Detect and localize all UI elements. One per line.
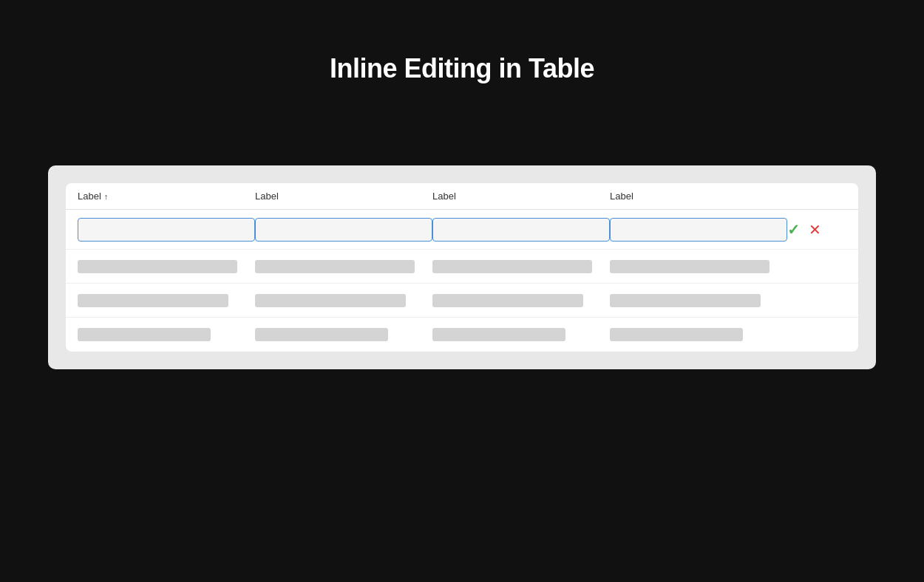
cell-skeleton [255, 328, 388, 341]
cell-1-1 [78, 218, 255, 242]
cell-4-4 [610, 328, 787, 341]
table-header: Label ↑ Label Label Label [66, 183, 858, 210]
column-header-2: Label [255, 191, 432, 202]
cell-skeleton [610, 328, 743, 341]
cell-2-3 [432, 260, 610, 273]
cell-skeleton [255, 294, 406, 307]
cell-skeleton [432, 328, 565, 341]
cell-skeleton [78, 294, 228, 307]
column-header-1: Label ↑ [78, 191, 255, 202]
cancel-button[interactable]: ✕ [809, 222, 821, 237]
column-label-1: Label [78, 191, 101, 202]
cell-3-2 [255, 294, 432, 307]
cell-2-1 [78, 260, 255, 273]
table-row [66, 318, 858, 352]
cell-2-4 [610, 260, 787, 273]
cell-3-1 [78, 294, 255, 307]
cell-3-4 [610, 294, 787, 307]
cell-1-2 [255, 218, 432, 242]
table-row [66, 250, 858, 284]
cell-input-1-3[interactable] [432, 218, 610, 242]
page-title: Inline Editing in Table [330, 53, 594, 84]
table-row: ✓ ✕ [66, 210, 858, 250]
cell-1-4 [610, 218, 787, 242]
table-container: Label ↑ Label Label Label [66, 183, 858, 352]
column-label-3: Label [432, 191, 456, 202]
column-header-4: Label [610, 191, 787, 202]
column-header-3: Label [432, 191, 610, 202]
column-label-2: Label [255, 191, 279, 202]
cell-skeleton [255, 260, 415, 273]
cell-input-1-1[interactable] [78, 218, 255, 242]
cell-input-1-2[interactable] [255, 218, 432, 242]
cell-2-2 [255, 260, 432, 273]
cell-4-2 [255, 328, 432, 341]
row-actions: ✓ ✕ [787, 222, 846, 237]
cell-skeleton [432, 294, 583, 307]
column-label-4: Label [610, 191, 633, 202]
confirm-button[interactable]: ✓ [787, 222, 800, 237]
cell-input-1-4[interactable] [610, 218, 787, 242]
cell-4-3 [432, 328, 610, 341]
cell-skeleton [432, 260, 592, 273]
cell-3-3 [432, 294, 610, 307]
cell-skeleton [610, 294, 761, 307]
sort-asc-icon[interactable]: ↑ [104, 192, 109, 201]
table-row [66, 284, 858, 318]
outer-panel: Label ↑ Label Label Label [48, 165, 876, 369]
cell-skeleton [610, 260, 770, 273]
cell-skeleton [78, 328, 211, 341]
cell-1-3 [432, 218, 610, 242]
cell-4-1 [78, 328, 255, 341]
cell-skeleton [78, 260, 237, 273]
